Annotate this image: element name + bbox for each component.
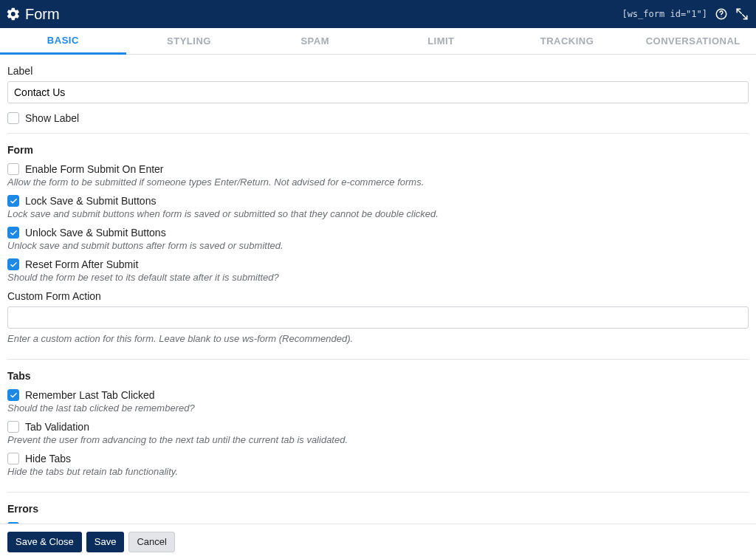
show-label-checkbox[interactable] [7, 112, 19, 124]
reset-after-submit-checkbox[interactable] [7, 258, 19, 270]
remember-tab-checkbox[interactable] [7, 389, 19, 401]
tabs-section-title: Tabs [7, 370, 749, 382]
lock-buttons-checkbox[interactable] [7, 195, 19, 207]
lock-buttons-help: Lock save and submit buttons when form i… [7, 208, 749, 219]
svg-point-1 [721, 16, 721, 17]
tab-validation-label: Tab Validation [25, 421, 89, 433]
tab-validation-help: Prevent the user from advancing to the n… [7, 434, 749, 445]
top-tabs: BASIC STYLING SPAM LIMIT TRACKING CONVER… [0, 28, 756, 55]
section-form: Form Enable Form Submit On Enter Allow t… [7, 134, 749, 360]
custom-action-input[interactable] [7, 306, 749, 329]
unlock-buttons-checkbox[interactable] [7, 227, 19, 239]
unlock-buttons-help: Unlock save and submit buttons after for… [7, 240, 749, 251]
section-tabs: Tabs Remember Last Tab Clicked Should th… [7, 360, 749, 493]
tab-limit[interactable]: LIMIT [378, 28, 504, 54]
tab-conversational[interactable]: CONVERSATIONAL [630, 28, 756, 54]
hide-tabs-label: Hide Tabs [25, 453, 71, 464]
shortcode-display: [ws_form id="1"] [622, 9, 707, 19]
cancel-button[interactable]: Cancel [128, 532, 174, 552]
lock-buttons-label: Lock Save & Submit Buttons [25, 195, 156, 207]
remember-tab-label: Remember Last Tab Clicked [25, 389, 155, 401]
label-field-label: Label [7, 65, 749, 77]
enable-submit-enter-checkbox[interactable] [7, 163, 19, 175]
tab-basic[interactable]: BASIC [0, 28, 126, 55]
footer-bar: Save & Close Save Cancel [0, 524, 756, 559]
unlock-buttons-label: Unlock Save & Submit Buttons [25, 227, 166, 239]
section-errors: Errors Show Server Side Error Messages I… [7, 493, 749, 524]
section-label: Label Show Label [7, 55, 749, 134]
enable-submit-enter-help: Allow the form to be submitted if someon… [7, 176, 749, 188]
gear-icon [6, 7, 21, 21]
expand-icon[interactable] [735, 7, 749, 21]
errors-section-title: Errors [7, 503, 749, 515]
help-icon[interactable] [715, 7, 728, 21]
header-bar: Form [ws_form id="1"] [0, 0, 756, 28]
tab-tracking[interactable]: TRACKING [504, 28, 630, 54]
hide-tabs-help: Hide the tabs but retain tab functionali… [7, 466, 749, 477]
tab-styling[interactable]: STYLING [126, 28, 252, 54]
custom-action-label: Custom Form Action [7, 290, 749, 302]
remember-tab-help: Should the last tab clicked be remembere… [7, 402, 749, 414]
form-section-title: Form [7, 144, 749, 156]
tab-validation-checkbox[interactable] [7, 421, 19, 433]
hide-tabs-checkbox[interactable] [7, 453, 19, 464]
reset-after-submit-label: Reset Form After Submit [25, 258, 138, 270]
show-label-text: Show Label [25, 112, 79, 124]
save-close-button[interactable]: Save & Close [7, 532, 82, 552]
label-input[interactable] [7, 81, 749, 103]
reset-after-submit-help: Should the form be reset to its default … [7, 272, 749, 283]
enable-submit-enter-label: Enable Form Submit On Enter [25, 163, 164, 175]
save-button[interactable]: Save [86, 532, 125, 552]
tab-spam[interactable]: SPAM [252, 28, 378, 54]
custom-action-help: Enter a custom action for this form. Lea… [7, 333, 749, 344]
page-title: Form [25, 6, 60, 23]
settings-content[interactable]: Label Show Label Form Enable Form Submit… [0, 55, 756, 524]
